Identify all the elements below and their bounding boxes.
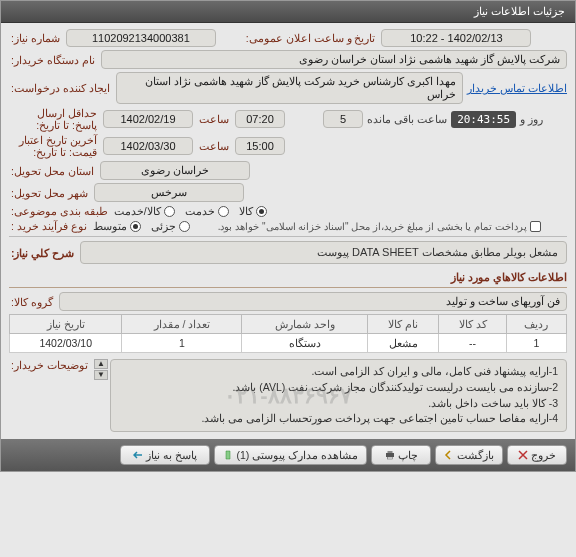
radio-partial-dot <box>179 221 190 232</box>
label-need-no: شماره نیاز: <box>9 32 62 44</box>
form-area: شماره نیاز: 1102092134000381 تاریخ و ساع… <box>1 23 575 439</box>
buyer-notes-box: 1-ارایه پیشنهاد فنی کامل، مالی و ایران ک… <box>110 359 567 432</box>
section-items-header: اطلاعات كالاهاي مورد نياز <box>9 268 567 288</box>
field-city: سرخس <box>94 183 244 202</box>
radio-goods[interactable]: کالا <box>239 205 267 217</box>
radio-partial[interactable]: جزئی <box>151 220 190 232</box>
notes-scroll: ▲ ▼ <box>94 359 108 432</box>
table-header-row: ردیف کد کالا نام کالا واحد شمارش تعداد /… <box>10 315 567 334</box>
items-table: ردیف کد کالا نام کالا واحد شمارش تعداد /… <box>9 314 567 353</box>
label-buyer-notes: توضیحات خریدار: <box>9 359 90 371</box>
link-contact-info[interactable]: اطلاعات تماس خریدار <box>467 82 567 94</box>
field-requester: مهدا اکبری کارشناس خرید شرکت پالایش گاز … <box>116 72 463 104</box>
back-label: بازگشت <box>457 449 494 461</box>
exit-label: خروج <box>531 449 556 461</box>
label-province: استان محل تحویل: <box>9 165 96 177</box>
th-row[interactable]: ردیف <box>506 315 566 334</box>
reply-icon <box>133 450 143 460</box>
cell-code: -- <box>439 334 506 353</box>
field-need-title: مشعل بویلر مطابق مشخصات DATA SHEET پیوست <box>80 241 567 264</box>
th-code[interactable]: کد کالا <box>439 315 506 334</box>
table-row[interactable]: 1 -- مشعل دستگاه 1 1402/03/10 <box>10 334 567 353</box>
field-goods-group: فن آوریهای ساخت و تولید <box>59 292 567 311</box>
countdown-clock: 20:43:55 <box>451 111 516 128</box>
radio-both-label: کالا/خدمت <box>114 205 161 217</box>
scroll-down-icon[interactable]: ▼ <box>94 370 108 380</box>
note-line-1: 1-ارایه پیشنهاد فنی کامل، مالی و ایران ک… <box>119 364 558 380</box>
field-validity-date: 1402/03/30 <box>103 137 193 155</box>
cell-name: مشعل <box>368 334 439 353</box>
payment-checkbox[interactable]: پرداخت تمام یا بخشی از مبلغ خرید،از محل … <box>218 221 541 232</box>
attachments-label: مشاهده مدارک پیوستی (1) <box>236 449 358 461</box>
field-deadline-time: 07:20 <box>235 110 285 128</box>
print-label: چاپ <box>398 449 418 461</box>
attachment-icon <box>223 450 233 460</box>
th-qty[interactable]: تعداد / مقدار <box>122 315 242 334</box>
footer-toolbar: خروج بازگشت چاپ مشاهده مدارک پیوستی (1) … <box>1 439 575 471</box>
radio-medium[interactable]: متوسط <box>93 220 141 232</box>
field-buyer-org: شرکت پالایش گاز شهید هاشمی نژاد استان خر… <box>101 50 567 69</box>
print-icon <box>385 450 395 460</box>
label-goods-group: گروه کالا: <box>9 296 55 308</box>
payment-checkbox-box <box>530 221 541 232</box>
back-button[interactable]: بازگشت <box>435 445 503 465</box>
note-line-2: 2-سازنده می بایست درلیست تولیدکنندگان مج… <box>119 380 558 396</box>
th-name[interactable]: نام کالا <box>368 315 439 334</box>
purchase-radio-group: جزئی متوسط <box>93 220 190 232</box>
field-province: خراسان رضوی <box>100 161 250 180</box>
svg-rect-1 <box>387 451 392 453</box>
attachments-button[interactable]: مشاهده مدارک پیوستی (1) <box>214 445 367 465</box>
label-buyer-org: نام دستگاه خریدار: <box>9 54 97 66</box>
field-deadline-date: 1402/02/19 <box>103 110 193 128</box>
svg-rect-0 <box>386 453 394 457</box>
label-categorization: طبقه بندی موضوعی: <box>9 205 110 217</box>
scroll-up-icon[interactable]: ▲ <box>94 359 108 369</box>
label-city: شهر محل تحویل: <box>9 187 90 199</box>
radio-goods-label: کالا <box>239 205 253 217</box>
label-remaining: ساعت باقی مانده <box>367 113 447 126</box>
th-need-date[interactable]: تاریخ نیاز <box>10 315 122 334</box>
field-days-left: 5 <box>323 110 363 128</box>
label-hour-2: ساعت <box>197 140 231 152</box>
radio-partial-label: جزئی <box>151 220 176 232</box>
exit-icon <box>518 450 528 460</box>
exit-button[interactable]: خروج <box>507 445 567 465</box>
label-deadline: حداقل ارسال پاسخ: تا تاریخ: <box>9 107 99 131</box>
radio-medium-label: متوسط <box>93 220 127 232</box>
note-line-3: 3- کالا باید ساخت داخل باشد. <box>119 396 558 412</box>
countdown: روز و 20:43:55 ساعت باقی مانده <box>367 111 543 128</box>
radio-both[interactable]: کالا/خدمت <box>114 205 175 217</box>
payment-note: پرداخت تمام یا بخشی از مبلغ خرید،از محل … <box>218 221 527 232</box>
radio-both-dot <box>164 206 175 217</box>
label-validity: آخرین تاریخ اعتبار قیمت: تا تاریخ: <box>9 134 99 158</box>
note-line-4: 4-ارایه مفاصا حساب تامین اجتماعی جهت پرد… <box>119 411 558 427</box>
radio-service-dot <box>218 206 229 217</box>
label-day-and: روز و <box>520 113 543 126</box>
label-need-title: شرح کلي نياز: <box>9 247 76 259</box>
cell-qty: 1 <box>122 334 242 353</box>
svg-rect-2 <box>387 457 392 459</box>
cell-need-date: 1402/03/10 <box>10 334 122 353</box>
label-announce-datetime: تاریخ و ساعت اعلان عمومی: <box>244 32 378 44</box>
field-need-no: 1102092134000381 <box>66 29 216 47</box>
category-radio-group: کالا خدمت کالا/خدمت <box>114 205 267 217</box>
field-validity-time: 15:00 <box>235 137 285 155</box>
window-title: جزئیات اطلاعات نیاز <box>1 1 575 23</box>
cell-row: 1 <box>506 334 566 353</box>
radio-service[interactable]: خدمت <box>185 205 229 217</box>
back-icon <box>444 450 454 460</box>
respond-button[interactable]: پاسخ به نیاز <box>120 445 210 465</box>
label-requester: ایجاد کننده درخواست: <box>9 82 112 94</box>
label-purchase-type: نوع فرآیند خرید : <box>9 220 89 232</box>
separator-1 <box>9 236 567 237</box>
th-unit[interactable]: واحد شمارش <box>242 315 368 334</box>
field-announce-datetime: 1402/02/13 - 10:22 <box>381 29 531 47</box>
radio-service-label: خدمت <box>185 205 215 217</box>
window: جزئیات اطلاعات نیاز شماره نیاز: 11020921… <box>0 0 576 472</box>
respond-label: پاسخ به نیاز <box>146 449 197 461</box>
radio-goods-dot <box>256 206 267 217</box>
radio-medium-dot <box>130 221 141 232</box>
print-button[interactable]: چاپ <box>371 445 431 465</box>
label-hour-1: ساعت <box>197 113 231 125</box>
cell-unit: دستگاه <box>242 334 368 353</box>
